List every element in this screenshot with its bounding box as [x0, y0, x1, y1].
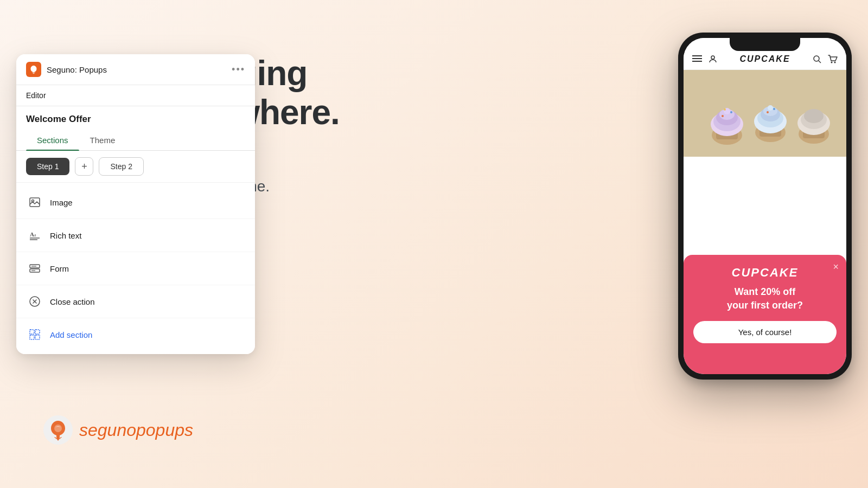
- logo-area: segunopopups: [43, 415, 193, 445]
- window-title: Seguno: Popups: [47, 65, 107, 74]
- add-step-button[interactable]: +: [75, 157, 93, 176]
- app-window: Seguno: Popups ••• Editor Welcome Offer …: [16, 54, 255, 354]
- popup-headline: Want 20% offyour first order?: [693, 285, 837, 312]
- popup-name: Welcome Offer: [26, 114, 91, 124]
- image-section-label: Image: [50, 198, 73, 207]
- phone-nav-right-icons: [813, 55, 838, 63]
- phone-outer: CUPCAKE: [678, 33, 852, 380]
- svg-point-46: [804, 109, 824, 123]
- svg-rect-18: [35, 335, 40, 339]
- svg-point-25: [831, 62, 833, 63]
- seguno-logo-icon: [43, 415, 73, 445]
- cupcake-image: [684, 70, 846, 157]
- popup-logo: CUPCAKE: [693, 266, 837, 280]
- user-icon: [709, 55, 717, 63]
- add-section-icon: [27, 327, 42, 342]
- richtext-icon: A a: [27, 228, 42, 243]
- svg-rect-17: [30, 335, 34, 339]
- popup-name-bar: Welcome Offer: [16, 106, 255, 130]
- add-section-label: Add section: [50, 330, 92, 339]
- popup-close-button[interactable]: ×: [833, 261, 839, 273]
- richtext-section-label: Rich text: [50, 231, 81, 240]
- svg-rect-2: [30, 198, 40, 207]
- section-item-close-action[interactable]: Close action: [16, 285, 255, 318]
- close-action-section-label: Close action: [50, 297, 95, 306]
- svg-point-50: [767, 111, 769, 113]
- section-item-richtext[interactable]: A a Rich text: [16, 219, 255, 252]
- svg-point-26: [834, 62, 836, 63]
- editor-tab-bar: Editor: [16, 85, 255, 106]
- section-item-image[interactable]: Image: [16, 186, 255, 219]
- close-action-icon: [27, 294, 42, 309]
- window-titlebar: Seguno: Popups •••: [16, 54, 255, 85]
- phone-nav-left-icons: [692, 55, 717, 63]
- section-item-form[interactable]: Form: [16, 252, 255, 285]
- step1-button[interactable]: Step 1: [26, 158, 69, 175]
- image-icon: [27, 195, 42, 210]
- svg-rect-16: [35, 330, 40, 334]
- titlebar-left: Seguno: Popups: [26, 62, 107, 77]
- cart-icon: [828, 55, 838, 63]
- form-icon: [27, 261, 42, 276]
- svg-rect-15: [30, 330, 34, 334]
- sections-list: Image A a Rich text: [16, 183, 255, 354]
- close-x-icon: ×: [833, 261, 839, 272]
- phone-screen: CUPCAKE: [684, 38, 846, 374]
- popup-cta-button[interactable]: Yes, of course!: [693, 321, 837, 343]
- seguno-app-icon: [26, 62, 41, 77]
- logo-brand: seguno: [79, 420, 136, 440]
- form-section-label: Form: [50, 264, 69, 273]
- svg-point-47: [722, 115, 724, 117]
- svg-text:a: a: [34, 233, 36, 237]
- svg-line-24: [819, 61, 821, 63]
- tabs-row: Sections Theme: [16, 130, 255, 151]
- svg-point-1: [54, 425, 62, 432]
- search-icon: [813, 55, 821, 63]
- add-section-item[interactable]: Add section: [16, 318, 255, 351]
- svg-point-41: [768, 105, 773, 111]
- steps-row: Step 1 + Step 2: [16, 151, 255, 183]
- phone-popup: × CUPCAKE Want 20% offyour first order? …: [684, 255, 846, 374]
- logo-text: segunopopups: [79, 420, 193, 440]
- tab-sections[interactable]: Sections: [26, 130, 79, 150]
- cupcake-image-svg: [684, 70, 846, 157]
- window-dots[interactable]: •••: [232, 64, 245, 75]
- step2-button[interactable]: Step 2: [99, 157, 143, 176]
- phone-store-name: CUPCAKE: [739, 54, 790, 64]
- editor-tab[interactable]: Editor: [26, 91, 46, 100]
- svg-point-49: [724, 108, 726, 111]
- hamburger-icon: [692, 55, 702, 62]
- svg-point-48: [730, 111, 732, 113]
- svg-point-51: [773, 108, 775, 110]
- svg-text:A: A: [30, 231, 34, 237]
- phone-notch: [730, 38, 800, 51]
- phone-mockup: CUPCAKE: [678, 33, 852, 380]
- plus-icon: +: [81, 161, 87, 172]
- svg-point-23: [814, 56, 819, 61]
- logo-suffix: popups: [136, 420, 193, 440]
- tab-theme[interactable]: Theme: [79, 130, 126, 150]
- svg-point-22: [711, 56, 714, 59]
